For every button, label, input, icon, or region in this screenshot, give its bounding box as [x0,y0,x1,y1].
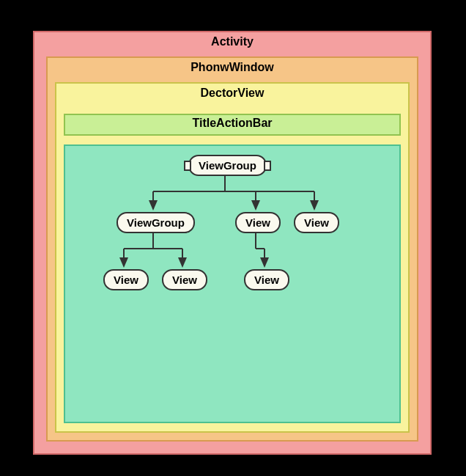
node-leaf2-label: View [172,274,197,286]
node-child-view2-label: View [304,216,329,229]
node-child-view1-label: View [245,216,270,229]
node-child-view1: View [235,212,281,233]
node-leaf1: View [103,269,149,290]
node-child-view2: View [294,212,339,233]
diagram-container: Activity PhonwWindow DectorView TitleAct… [33,31,432,455]
node-child-viewgroup: ViewGroup [116,212,195,233]
node-handle-icon [184,161,191,171]
node-handle-icon [264,161,271,171]
node-leaf3: View [244,269,289,290]
node-leaf1-label: View [114,274,138,286]
node-child-group-label: ViewGroup [127,216,185,229]
activity-label: Activity [34,32,430,51]
phonewindow-label: PhonwWindow [48,58,417,77]
node-leaf3-label: View [254,274,279,286]
dectorview-label: DectorView [56,84,408,103]
content-area: ViewGroup ViewGroup View View View View … [64,144,401,423]
node-root-viewgroup: ViewGroup [188,155,267,176]
node-root-label: ViewGroup [199,159,256,172]
titlebar-layer: TitleActionBar [64,114,401,136]
titlebar-label: TitleActionBar [65,115,399,131]
node-leaf2: View [162,269,207,290]
